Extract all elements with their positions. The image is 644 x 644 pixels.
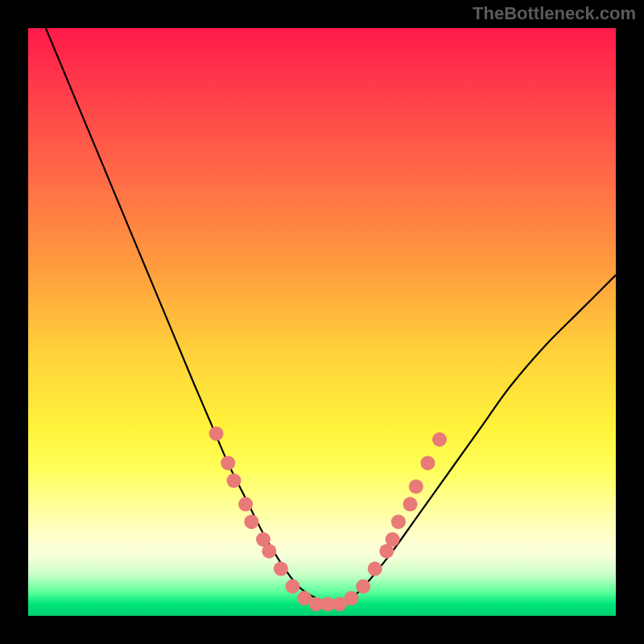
chart-container: TheBottleneck.com	[0, 0, 644, 644]
data-marker	[368, 562, 382, 576]
data-marker	[420, 456, 435, 470]
watermark-label: TheBottleneck.com	[473, 3, 636, 24]
data-marker	[221, 456, 235, 470]
data-marker	[244, 514, 258, 529]
bottleneck-curve	[28, 28, 616, 616]
data-marker	[345, 591, 359, 605]
plot-area	[28, 28, 616, 616]
data-marker	[409, 479, 423, 493]
data-marker	[227, 473, 242, 488]
data-marker	[432, 432, 447, 447]
data-marker	[274, 562, 288, 576]
curve-path	[46, 28, 616, 604]
data-marker	[403, 497, 418, 511]
data-marker	[386, 532, 400, 547]
data-marker	[356, 580, 370, 594]
data-marker	[209, 427, 224, 441]
data-marker	[286, 580, 300, 594]
marker-group	[209, 427, 447, 612]
data-marker	[262, 544, 276, 559]
data-marker	[238, 497, 253, 511]
data-marker	[391, 514, 406, 529]
